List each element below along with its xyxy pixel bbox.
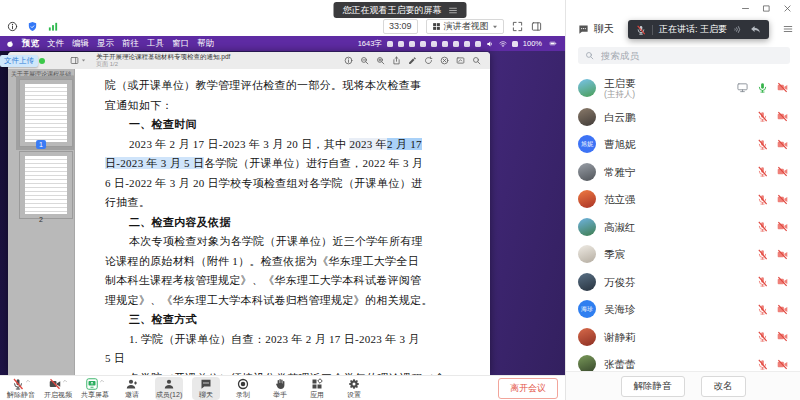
cam-off-icon: [777, 276, 788, 287]
zoom-in-icon[interactable]: [376, 56, 385, 65]
mac-menu-文件[interactable]: 文件: [47, 38, 64, 50]
mac-menu-窗口[interactable]: 窗口: [172, 38, 189, 50]
chevron-up-icon[interactable]: [25, 378, 31, 384]
info-icon[interactable]: [344, 56, 353, 65]
highlighted-text: 日-2023 年 3 月 5 日: [105, 157, 204, 169]
panel-menu-icon[interactable]: [783, 24, 793, 34]
rename-button[interactable]: 改名: [701, 376, 746, 397]
chat-tab[interactable]: 聊天: [578, 22, 614, 36]
member-row[interactable]: 常雅宁: [566, 158, 800, 186]
toolbar-hand-button[interactable]: 举手: [266, 377, 294, 400]
chevron-up-icon[interactable]: [99, 378, 105, 384]
member-row[interactable]: 旭妮曹旭妮: [566, 131, 800, 159]
cam-off-icon: [777, 249, 788, 260]
mac-menu-编辑[interactable]: 编辑: [72, 38, 89, 50]
toolbar-invite-button[interactable]: 邀请: [118, 377, 146, 400]
toolbar-mic-off-button[interactable]: 解除静音: [7, 377, 35, 400]
search-icon: [585, 51, 594, 60]
volume-icon: [486, 40, 494, 48]
member-role: (主持人): [604, 89, 636, 99]
chat-bubble-icon: [578, 24, 589, 35]
toolbar-cam-off-button[interactable]: 开启视频: [44, 377, 72, 400]
unmute-button[interactable]: 解除静音: [621, 376, 685, 397]
markup-icon[interactable]: [456, 56, 465, 65]
member-status-icons: [757, 304, 788, 315]
mac-menu-前往[interactable]: 前往: [122, 38, 139, 50]
member-row[interactable]: 张蕾蕾: [566, 351, 800, 373]
member-row[interactable]: 王启要(主持人): [566, 72, 800, 103]
member-status-icons: [757, 249, 788, 260]
toolbar-screen-share-green-button[interactable]: 共享屏幕: [81, 377, 109, 400]
member-name: 王启要: [604, 77, 636, 89]
network-signal-icon[interactable]: [47, 21, 59, 32]
meeting-security-shield-icon[interactable]: [27, 21, 38, 32]
mac-menu-帮助[interactable]: 帮助: [197, 38, 214, 50]
page-thumbnail-2[interactable]: [19, 151, 73, 219]
mic-off-icon: [757, 111, 768, 122]
toast-divider: [652, 25, 653, 35]
minimize-icon[interactable]: [741, 4, 750, 13]
member-row[interactable]: 范立强: [566, 186, 800, 214]
sidebar-toggle-button[interactable]: [70, 56, 86, 65]
doc-line: 理规定》、《华东理工大学本科试卷归档管理规定》的相关规定。: [105, 291, 433, 311]
meeting-app-window: 您正在观看王启要的屏幕 33:09 演讲者视图 预览 文件编辑显示前往工具窗口: [0, 0, 800, 400]
zoom-light[interactable]: [39, 58, 45, 64]
member-name: 白云鹏: [604, 111, 636, 123]
chat-icon: [200, 378, 212, 390]
close-icon[interactable]: [783, 4, 792, 13]
toolbar-chat-button[interactable]: 聊天: [192, 377, 220, 400]
member-row[interactable]: 谢静莉: [566, 323, 800, 351]
pencil-icon[interactable]: [408, 56, 417, 65]
chevron-up-icon[interactable]: [62, 378, 68, 384]
signal-waves-icon: [733, 24, 744, 35]
member-search-input[interactable]: [599, 49, 783, 62]
preview-titlebar: 关于开展理论课程基础材料专项检查的通知.pdf 页面 1/2: [8, 52, 490, 70]
document-filename: 关于开展理论课程基础材料专项检查的通知.pdf: [96, 53, 230, 61]
toolbar-label: 成员(12): [156, 391, 182, 398]
toolbar-record-button[interactable]: 录制: [229, 377, 257, 400]
member-row[interactable]: 季宸: [566, 241, 800, 269]
doc-text: 2023 年 2 月 17 日-2023 年 3 月 20 日，其中: [129, 138, 349, 150]
fullscreen-icon[interactable]: [512, 21, 523, 32]
rotate-icon[interactable]: [424, 56, 433, 65]
mac-app-name[interactable]: 预览: [22, 38, 39, 50]
reply-arrow-icon[interactable]: [750, 24, 761, 35]
meeting-toolbar: 解除静音开启视频共享屏幕邀请成员(12)聊天录制举手应用设置离开会议: [0, 375, 565, 400]
zoom-out-icon[interactable]: [360, 56, 369, 65]
search-icon[interactable]: [472, 56, 481, 65]
battery-icon: [547, 40, 559, 47]
sync-icon: [475, 41, 481, 47]
mic-muted-icon: [636, 25, 646, 35]
maximize-icon[interactable]: [762, 4, 771, 13]
member-name: 季宸: [604, 248, 625, 260]
stage-topbar-controls: 33:09 演讲者视图: [383, 19, 542, 34]
document-title-block: 关于开展理论课程基础材料专项检查的通知.pdf 页面 1/2: [96, 53, 230, 68]
share-up-icon[interactable]: [392, 56, 401, 65]
toolbar-gear-button[interactable]: 设置: [340, 377, 368, 400]
highlighted-text: 2 月 17: [387, 138, 422, 150]
toolbar-label: 解除静音: [7, 391, 35, 398]
member-row[interactable]: 白云鹏: [566, 103, 800, 131]
meeting-timer: 33:09: [383, 19, 418, 34]
member-row[interactable]: 万俊芬: [566, 268, 800, 296]
member-row[interactable]: 高淑红: [566, 213, 800, 241]
cam-off-icon: [777, 82, 788, 93]
side-panel-toggle-icon[interactable]: [531, 21, 542, 32]
banner-menu-icon[interactable]: [449, 6, 458, 15]
mic-off-icon: [757, 331, 768, 342]
mic-off-icon: [757, 359, 768, 370]
member-row[interactable]: 海珍吴海珍: [566, 296, 800, 324]
mac-menu-工具[interactable]: 工具: [147, 38, 164, 50]
wifi-icon: [499, 40, 507, 48]
toolbar-apps-button[interactable]: 应用: [303, 377, 331, 400]
view-mode-button[interactable]: 演讲者视图: [426, 19, 504, 34]
apple-icon[interactable]: [6, 40, 14, 48]
leave-meeting-button[interactable]: 离开会议: [498, 378, 558, 399]
mac-menu-显示[interactable]: 显示: [97, 38, 114, 50]
trash-icon[interactable]: [440, 56, 449, 65]
toolbar-person-button[interactable]: 成员(12): [155, 377, 183, 400]
page-thumbnail-1[interactable]: [19, 79, 73, 147]
avatar: [578, 218, 596, 236]
toolbar-label: 开启视频: [44, 391, 72, 398]
meeting-info-icon[interactable]: [7, 21, 18, 32]
